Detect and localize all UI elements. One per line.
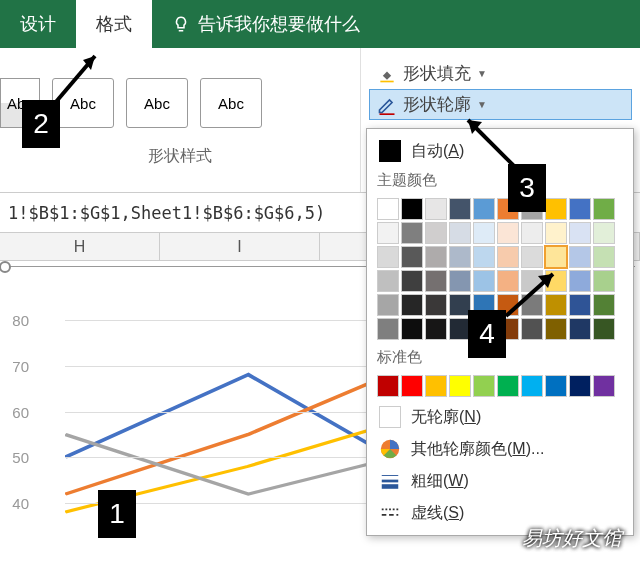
style-swatch[interactable]: Abc: [200, 78, 262, 128]
color-swatch[interactable]: [377, 294, 399, 316]
color-swatch[interactable]: [401, 294, 423, 316]
tab-design[interactable]: 设计: [0, 0, 76, 48]
no-color-icon: [379, 406, 401, 428]
color-swatch[interactable]: [545, 246, 567, 268]
color-swatch[interactable]: [497, 375, 519, 397]
color-swatch[interactable]: [569, 294, 591, 316]
tab-format[interactable]: 格式: [76, 0, 152, 48]
chevron-down-icon: ▼: [477, 99, 487, 110]
color-swatch[interactable]: [593, 222, 615, 244]
color-swatch[interactable]: [401, 198, 423, 220]
color-swatch[interactable]: [425, 198, 447, 220]
chevron-down-icon: ▼: [477, 68, 487, 79]
color-swatch[interactable]: [593, 318, 615, 340]
outline-weight[interactable]: 粗细(W): [375, 465, 625, 497]
color-swatch[interactable]: [449, 270, 471, 292]
color-swatch[interactable]: [473, 222, 495, 244]
color-swatch[interactable]: [425, 294, 447, 316]
arrow-4: [498, 268, 568, 328]
color-swatch[interactable]: [449, 375, 471, 397]
tell-me-search[interactable]: 告诉我你想要做什么: [172, 12, 360, 36]
ribbon-tabs: 设计 格式 告诉我你想要做什么: [0, 0, 640, 48]
color-swatch[interactable]: [425, 318, 447, 340]
color-swatch[interactable]: [569, 270, 591, 292]
black-swatch-icon: [379, 140, 401, 162]
color-swatch[interactable]: [521, 222, 543, 244]
color-swatch[interactable]: [473, 375, 495, 397]
color-swatch[interactable]: [401, 318, 423, 340]
color-swatch[interactable]: [449, 222, 471, 244]
more-outline-colors[interactable]: 其他轮廓颜色(M)...: [375, 433, 625, 465]
paint-bucket-icon: [377, 64, 397, 84]
color-swatch[interactable]: [401, 222, 423, 244]
callout-4: 4: [468, 310, 506, 358]
color-swatch[interactable]: [545, 198, 567, 220]
color-swatch[interactable]: [377, 375, 399, 397]
color-swatch[interactable]: [377, 246, 399, 268]
line-weight-icon: [379, 470, 401, 492]
tell-me-label: 告诉我你想要做什么: [198, 12, 360, 36]
callout-1: 1: [98, 490, 136, 538]
lightbulb-icon: [172, 15, 190, 33]
line-dash-icon: [379, 502, 401, 524]
color-swatch[interactable]: [401, 375, 423, 397]
color-swatch[interactable]: [425, 270, 447, 292]
color-swatch[interactable]: [449, 198, 471, 220]
color-swatch[interactable]: [473, 198, 495, 220]
color-swatch[interactable]: [593, 246, 615, 268]
pen-outline-icon: [377, 95, 397, 115]
color-swatch[interactable]: [497, 246, 519, 268]
color-swatch[interactable]: [569, 198, 591, 220]
color-swatch[interactable]: [593, 294, 615, 316]
color-swatch[interactable]: [473, 270, 495, 292]
color-swatch[interactable]: [377, 318, 399, 340]
color-swatch[interactable]: [401, 246, 423, 268]
arrow-3: [460, 112, 530, 172]
arrow-2: [45, 48, 105, 108]
col-header[interactable]: I: [160, 233, 320, 260]
chart-resize-handle[interactable]: [0, 261, 11, 273]
color-swatch[interactable]: [521, 246, 543, 268]
color-swatch[interactable]: [377, 198, 399, 220]
style-swatch[interactable]: Abc: [126, 78, 188, 128]
color-swatch[interactable]: [593, 375, 615, 397]
color-swatch[interactable]: [545, 375, 567, 397]
color-swatch[interactable]: [593, 198, 615, 220]
color-swatch[interactable]: [401, 270, 423, 292]
watermark: 易坊好文馆: [522, 525, 622, 552]
callout-2: 2: [22, 100, 60, 148]
shape-fill-button[interactable]: 形状填充 ▼: [369, 58, 632, 89]
color-swatch[interactable]: [593, 270, 615, 292]
color-swatch[interactable]: [497, 222, 519, 244]
callout-3: 3: [508, 164, 546, 212]
color-swatch[interactable]: [425, 222, 447, 244]
color-swatch[interactable]: [569, 318, 591, 340]
color-swatch[interactable]: [521, 375, 543, 397]
color-swatch[interactable]: [473, 246, 495, 268]
color-swatch[interactable]: [449, 246, 471, 268]
no-outline[interactable]: 无轮廓(N): [375, 401, 625, 433]
col-header[interactable]: H: [0, 233, 160, 260]
color-swatch[interactable]: [377, 222, 399, 244]
color-wheel-icon: [379, 438, 401, 460]
color-swatch[interactable]: [569, 222, 591, 244]
color-swatch[interactable]: [569, 246, 591, 268]
color-swatch[interactable]: [425, 246, 447, 268]
color-swatch[interactable]: [569, 375, 591, 397]
color-swatch[interactable]: [545, 222, 567, 244]
shape-styles-label: 形状样式: [0, 146, 360, 167]
color-swatch[interactable]: [377, 270, 399, 292]
standard-color-grid: [375, 371, 625, 401]
color-swatch[interactable]: [425, 375, 447, 397]
